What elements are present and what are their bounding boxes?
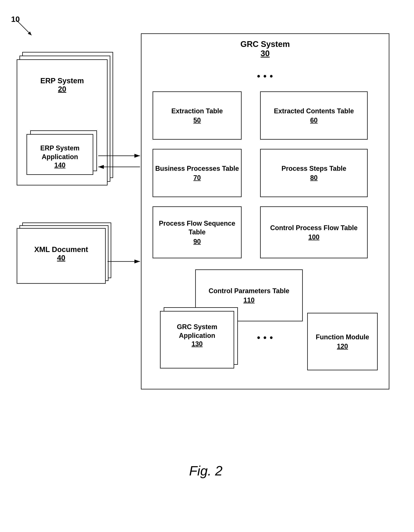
dots-top: • • • (141, 71, 389, 81)
function-module-box: Function Module 120 (307, 313, 378, 370)
xml-title: XML Document 40 (17, 245, 105, 262)
process-steps-box: Process Steps Table 80 (260, 149, 368, 197)
extracted-contents-box: Extracted Contents Table 60 (260, 91, 368, 140)
process-flow-sequence-box: Process Flow Sequence Table 90 (153, 206, 242, 258)
grc-system-title: GRC System 30 (141, 39, 389, 58)
grc-app-box: GRC System Application 130 (160, 311, 234, 369)
grc-app-outer: GRC System Application 130 (160, 307, 238, 370)
xml-document-outer: XML Document 40 (17, 222, 113, 285)
erp-page-front: ERP System 20 ERP System Application 140 (17, 59, 108, 185)
grc-app-title: GRC System Application 130 (160, 323, 234, 348)
control-process-flow-box: Control Process Flow Table 100 (260, 206, 368, 258)
erp-system-outer: ERP System 20 ERP System Application 140 (17, 52, 113, 185)
fig-label: Fig. 2 (189, 463, 223, 478)
grc-system-box: GRC System 30 • • • Extraction Table 50 … (141, 33, 389, 390)
erp-app-outer: ERP System Application 140 (27, 130, 97, 175)
extraction-table-box: Extraction Table 50 (153, 91, 242, 140)
business-processes-box: Business Processes Table 70 (153, 149, 242, 197)
diagram: 10 ERP System 20 ERP System Application … (11, 15, 400, 497)
erp-app-title: ERP System Application 140 (27, 144, 93, 169)
xml-page-front: XML Document 40 (17, 228, 106, 284)
erp-system-title: ERP System 20 (17, 76, 107, 93)
erp-app-box: ERP System Application 140 (27, 134, 93, 175)
